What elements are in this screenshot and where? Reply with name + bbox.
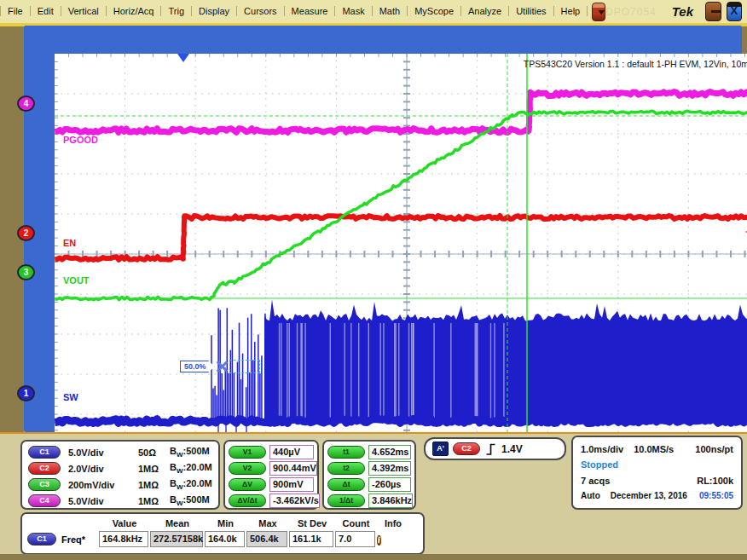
channel-ref-marker-1[interactable]: 1 [17,385,35,401]
menu-item-measure[interactable]: Measure [285,6,336,16]
sample-rate: 10.0MS/s [634,444,674,454]
voltage-cursor-panel: V1440µVV2900.44mVΔV900mVΔV/Δt-3.462kV/s [223,440,319,510]
channel-badge[interactable]: C3 [28,478,61,491]
meas-header-count: Count [335,517,377,531]
time-cursor-panel: t14.652mst24.392msΔt-260µs1/Δt3.846kHz [322,440,416,510]
menu-item-display[interactable]: Display [192,6,237,16]
cursor-badge: ΔV [229,478,266,491]
channel-scale: 200mV/div [68,480,138,490]
channel-impedance: 1MΩ [138,480,170,490]
trace-label-en: EN [63,238,76,248]
trace-label-pgood: PGOOD [63,135,98,145]
channel-impedance: 50Ω [138,447,170,458]
channel-bandwidth: BW:20.0M [170,462,212,475]
menu-item-help[interactable]: Help [554,6,588,16]
channel-row: C45.0V/div1MΩBW:500M [22,493,218,509]
readout-area: C15.0V/div50ΩBW:500MC22.0V/div1MΩBW:20.0… [0,432,747,560]
meas-info: i [377,531,409,547]
meas-cell: 164.0k [205,531,245,547]
channel-bandwidth-value: 500M [186,494,210,505]
cursor-value: 900.44mV [269,461,317,476]
channel-ref-marker-3[interactable]: 3 [17,264,35,280]
date: December 13, 2016 [611,491,687,500]
channel-bandwidth-value: 500M [186,446,210,456]
trace-vout [55,111,747,299]
record-length: RL:100k [697,476,733,486]
meas-cell: 7.0 [335,531,375,547]
cursor-value: 440µV [269,445,314,459]
meas-cell: 272.57158k [150,531,203,547]
bottom-bezel [0,554,747,560]
meas-header-value: Value [99,517,150,531]
meas-header-info: Info [377,517,409,531]
sw-switching-band [264,300,747,424]
trigger-quick-icon[interactable] [592,3,605,21]
menu-item-mask[interactable]: Mask [335,6,372,16]
cursor-row: Δt-260µs [324,476,414,493]
menu-item-math[interactable]: Math [373,6,408,16]
resolution: 100ns/pt [695,444,733,454]
menu-item-myscope[interactable]: MyScope [408,6,461,16]
clock-time: 09:55:05 [699,491,733,500]
trigger-mode: Auto [581,491,600,500]
menu-item-analyze[interactable]: Analyze [461,6,509,16]
channel-ref-marker-4[interactable]: 4 [17,95,35,112]
cursor-badge: V2 [229,462,266,475]
channel-scale: 5.0V/div [68,447,138,458]
cursor-row: V1440µV [225,444,317,460]
channel-ref-marker-2[interactable]: 2 [17,225,35,241]
cursor-badge: 1/Δt [327,494,365,507]
waveform-svg [55,54,747,454]
meas-header-max: Max [246,517,289,531]
oscilloscope-screen: FileEditVerticalHoriz/AcqTrigDisplayCurs… [0,0,747,560]
cursor-value: 4.392ms [368,461,411,476]
cursor-row: t24.392ms [324,460,414,476]
trigger-source-badge: C2 [453,442,480,455]
trigger-level: 1.4V [501,443,523,455]
trigger-position-marker[interactable] [177,54,189,62]
cursor-row: ΔV/Δt-3.462kV/s [225,493,317,509]
info-icon[interactable]: i [377,535,381,546]
meas-cell: 506.4k [246,531,287,547]
meas-source-badge[interactable]: C1 [27,533,56,546]
close-button[interactable]: X [727,2,742,21]
menu-item-file[interactable]: File [0,6,31,16]
trigger-a-badge: A' [432,442,449,456]
cursor-value: -260µs [368,477,411,492]
minimize-button[interactable] [705,2,721,21]
channel-scale: 2.0V/div [68,464,138,474]
channel-badge[interactable]: C4 [28,494,61,507]
timebase-panel: 1.0ms/div 10.0MS/s 100ns/pt Stopped 7 ac… [571,436,743,510]
measurement-table-panel: ValueMeanMinMaxSt DevCountInfo C1Freq*16… [20,512,425,555]
cursor-badge: t1 [327,446,365,459]
channel-bandwidth-value: 20.0M [186,462,212,472]
menu-item-trig[interactable]: Trig [161,6,192,16]
rising-edge-icon [485,442,496,456]
channel-bandwidth: BW:20.0M [170,478,212,491]
cursor-badge: t2 [327,462,365,475]
meas-header-min: Min [205,517,246,531]
waveform-display[interactable]: TPS543C20 Version 1.1 : default 1-PH EVM… [55,54,747,454]
cursor-value: -3.462kV/s [269,494,320,508]
menu-item-horizacq[interactable]: Horiz/Acq [107,6,162,16]
cursor-row: 1/Δt3.846kHz [324,493,414,509]
cursor-row: ΔV900mV [225,476,317,493]
crossing-marker-icon [216,361,228,372]
menu-item-edit[interactable]: Edit [31,6,61,16]
menu-item-utilities[interactable]: Utilities [509,6,553,16]
cursor-row: t14.652ms [324,444,414,460]
meas-header-mean: Mean [150,517,205,531]
channel-badge[interactable]: C2 [28,462,61,475]
screen-annotation: TPS543C20 Version 1.1 : default 1-PH EVM… [524,59,747,69]
menu-items: FileEditVerticalHoriz/AcqTrigDisplayCurs… [0,3,588,20]
channel-bandwidth: BW:500M [170,446,210,459]
channel-impedance: 1MΩ [138,464,170,474]
cursor-badge: ΔV/Δt [229,494,266,507]
channel-badge[interactable]: C1 [28,446,61,459]
menu-item-vertical[interactable]: Vertical [61,6,107,16]
menu-bar: FileEditVerticalHoriz/AcqTrigDisplayCurs… [0,0,747,24]
acquisition-count: 7 acqs [581,476,610,486]
cursor-badge: Δt [327,478,365,491]
meas-source: C1Freq* [27,533,99,546]
menu-item-cursors[interactable]: Cursors [237,6,285,16]
